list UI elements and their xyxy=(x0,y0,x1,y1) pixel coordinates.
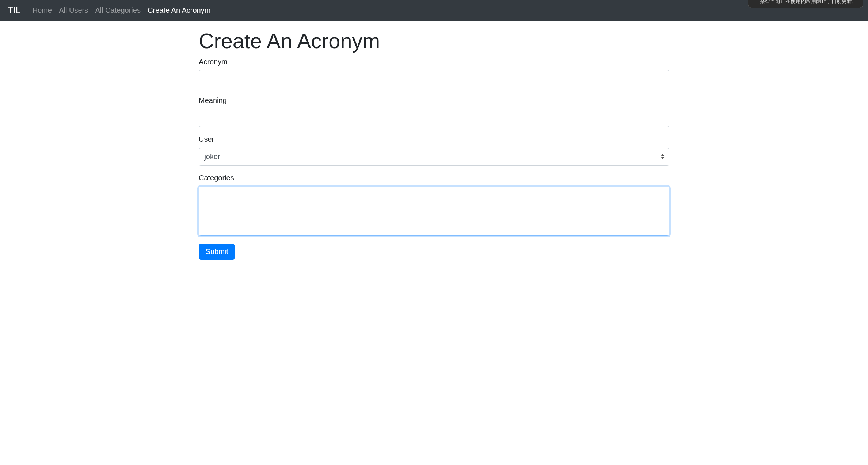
acronym-input[interactable] xyxy=(199,70,669,88)
user-select-wrap: joker xyxy=(199,148,669,166)
form-group-user: User joker xyxy=(199,135,669,166)
acronym-label: Acronym xyxy=(199,58,669,66)
form-group-acronym: Acronym xyxy=(199,58,669,88)
submit-button[interactable]: Submit xyxy=(199,244,235,260)
categories-label: Categories xyxy=(199,174,669,182)
user-select[interactable]: joker xyxy=(199,148,669,166)
meaning-label: Meaning xyxy=(199,96,669,105)
categories-select[interactable] xyxy=(199,187,669,236)
main-container: Create An Acronym Acronym Meaning User j… xyxy=(193,29,675,259)
meaning-input[interactable] xyxy=(199,109,669,127)
nav-home[interactable]: Home xyxy=(33,6,52,15)
form-group-meaning: Meaning xyxy=(199,96,669,127)
user-label: User xyxy=(199,135,669,143)
create-acronym-form: Acronym Meaning User joker Categories xyxy=(199,58,669,260)
brand-link[interactable]: TIL xyxy=(8,5,21,15)
navbar: TIL Home All Users All Categories Create… xyxy=(0,0,868,21)
form-group-categories: Categories xyxy=(199,174,669,235)
nav-all-users[interactable]: All Users xyxy=(59,6,88,15)
system-notification: 某些当前正在使用的应用阻止了自动更新。 xyxy=(748,0,863,8)
nav-create-acronym[interactable]: Create An Acronym xyxy=(148,6,210,15)
page-title: Create An Acronym xyxy=(199,29,669,53)
nav-all-categories[interactable]: All Categories xyxy=(95,6,141,15)
